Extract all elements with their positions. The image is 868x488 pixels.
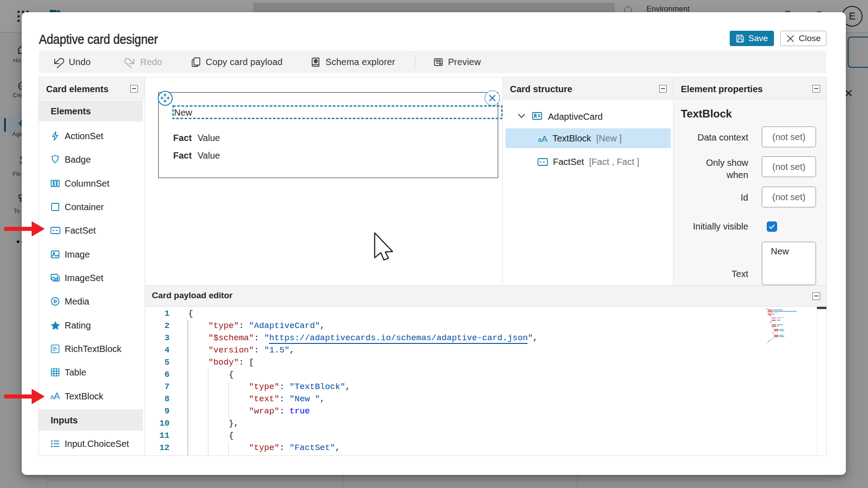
svg-text:A: A: [54, 391, 60, 401]
svg-text:A: A: [542, 135, 547, 144]
svg-text:a: a: [538, 136, 542, 143]
